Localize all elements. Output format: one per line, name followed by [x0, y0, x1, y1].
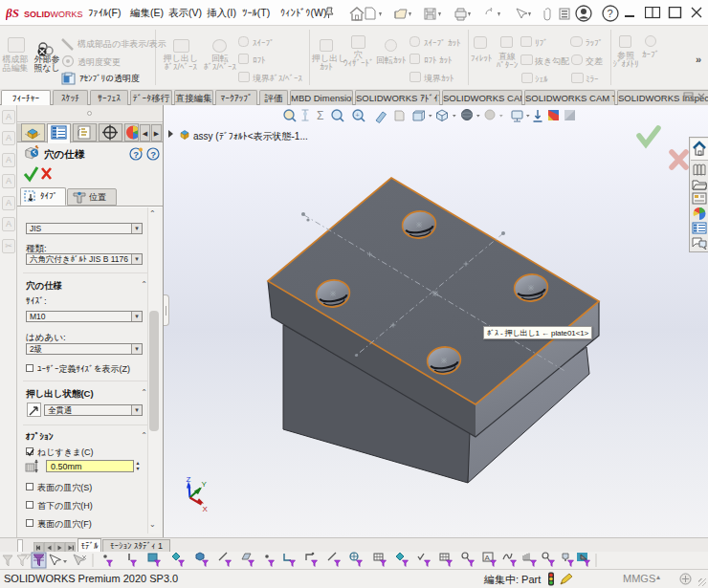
- svg-text:?: ?: [608, 8, 613, 19]
- svg-text:SOLIDWORKS: SOLIDWORKS: [24, 10, 83, 19]
- svg-text:Z: Z: [187, 475, 191, 484]
- svg-text:βS: βS: [6, 6, 19, 20]
- svg-text:Y: Y: [202, 480, 208, 489]
- svg-text:?: ?: [133, 149, 139, 160]
- svg-text:+: +: [356, 112, 360, 119]
- svg-text:Σ: Σ: [317, 109, 323, 122]
- svg-text:X: X: [203, 505, 209, 513]
- svg-text:A: A: [485, 554, 491, 562]
- svg-text:?: ?: [150, 149, 156, 160]
